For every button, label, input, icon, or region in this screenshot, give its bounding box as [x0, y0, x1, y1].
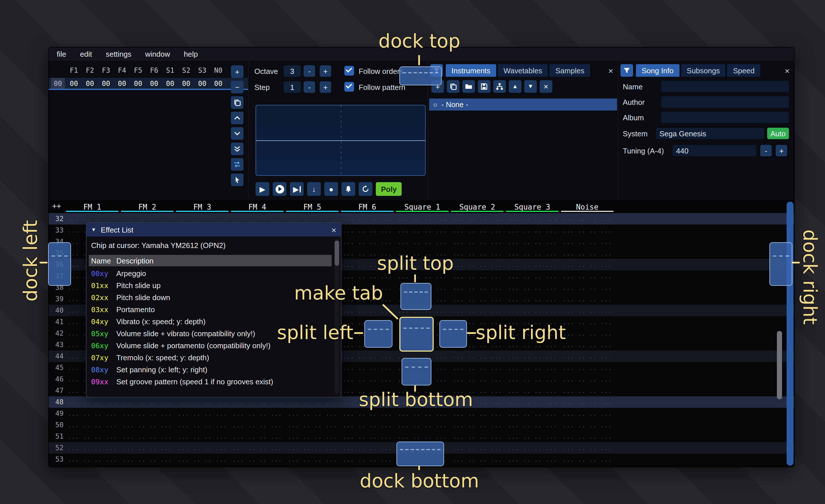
delete-instrument-button[interactable]: × [540, 80, 552, 93]
order-value-f6[interactable]: 00 [146, 79, 162, 87]
effect-row-00xy[interactable]: 00xyArpeggio [89, 267, 332, 279]
stop-button[interactable]: ● [324, 182, 338, 196]
channel-header-fm-2[interactable]: FM 2 [120, 200, 175, 213]
effect-list-scrollbar[interactable] [334, 238, 339, 394]
order-value-f4[interactable]: 00 [114, 79, 130, 87]
effect-list-titlebar[interactable]: ▼ Effect List × [86, 223, 341, 237]
dock-target-bottom[interactable] [396, 441, 444, 466]
pattern-row-50[interactable]: 50... .. .. ...... .. .. ...... .. .. ..… [49, 419, 794, 431]
asset-panel-close-button[interactable]: × [606, 66, 616, 75]
octave-value[interactable]: 3 [284, 65, 301, 77]
song-panel-close-button[interactable]: × [782, 66, 792, 75]
move-instrument-down-button[interactable]: ▼ [524, 80, 537, 93]
follow-pattern-checkbox[interactable] [344, 82, 354, 92]
tab-instruments[interactable]: Instruments [446, 64, 496, 77]
system-auto-button[interactable]: Auto [767, 128, 789, 139]
menu-item-window[interactable]: window [145, 50, 170, 59]
order-value-f5[interactable]: 00 [130, 79, 146, 87]
pattern-scrollbar[interactable] [786, 201, 794, 466]
make-tab-target[interactable] [399, 317, 434, 352]
pattern-expand-button[interactable]: ++ [52, 201, 61, 210]
move-instrument-up-button[interactable]: ▲ [509, 80, 521, 93]
add-order-button[interactable]: + [231, 65, 243, 78]
poly-button[interactable]: Poly [376, 182, 402, 196]
play-from-cursor-button[interactable]: ▶ [290, 182, 304, 196]
order-value-f2[interactable]: 00 [82, 79, 98, 87]
order-value-s1[interactable]: 00 [162, 79, 178, 87]
menu-item-edit[interactable]: edit [80, 50, 92, 59]
duplicate-order-button[interactable] [231, 96, 243, 109]
step-increase-button[interactable]: + [320, 81, 331, 93]
channel-header-square-2[interactable]: Square 2 [450, 200, 505, 213]
channel-header-square-1[interactable]: Square 1 [395, 200, 450, 213]
follow-orders-checkbox[interactable] [344, 66, 354, 76]
save-instrument-button[interactable] [478, 80, 491, 93]
order-value-n0[interactable]: 00 [210, 79, 226, 87]
channel-header-fm-6[interactable]: FM 6 [340, 200, 395, 213]
dock-target-top[interactable] [399, 67, 442, 85]
instrument-folders-button[interactable] [493, 80, 506, 93]
duplicate-instrument-button[interactable] [447, 80, 459, 93]
order-value-s3[interactable]: 00 [194, 79, 210, 87]
name-input[interactable] [661, 81, 789, 92]
order-value-f3[interactable]: 00 [98, 79, 114, 87]
channel-header-fm-1[interactable]: FM 1 [65, 200, 120, 213]
step-value[interactable]: 1 [284, 81, 301, 93]
dock-target-right[interactable] [769, 242, 792, 286]
channel-header-square-3[interactable]: Square 3 [505, 200, 560, 213]
menu-item-help[interactable]: help [184, 50, 198, 59]
step-decrease-button[interactable]: - [304, 81, 315, 93]
pattern-row-51[interactable]: 51... .. .. ...... .. .. ...... .. .. ..… [49, 431, 794, 442]
split-target-right[interactable] [439, 320, 467, 348]
play-button[interactable]: ▶ [255, 182, 269, 196]
order-value-f1[interactable]: 00 [66, 79, 82, 87]
menu-item-settings[interactable]: settings [106, 50, 132, 59]
effect-list-close-button[interactable]: × [331, 225, 336, 235]
repeat-button[interactable] [359, 182, 372, 196]
system-input[interactable] [656, 128, 764, 139]
tab-subsongs[interactable]: Subsongs [681, 64, 726, 77]
effect-row-08xy[interactable]: 08xySet panning (x: left; y: right) [89, 364, 332, 376]
author-input[interactable] [661, 96, 789, 108]
effect-row-09xx[interactable]: 09xxSet groove pattern (speed 1 if no gr… [89, 376, 332, 388]
remove-order-button[interactable]: − [231, 81, 243, 93]
order-edit-mode-button[interactable] [231, 174, 243, 186]
pattern-scrollbar-thumb[interactable] [777, 331, 782, 399]
split-target-left[interactable] [364, 320, 392, 348]
tab-samples[interactable]: Samples [550, 64, 590, 77]
album-input[interactable] [661, 112, 789, 123]
tuning-increase-button[interactable]: + [776, 145, 787, 156]
tab-list-button[interactable] [620, 64, 633, 77]
oscilloscope[interactable] [255, 105, 426, 176]
effect-row-03xx[interactable]: 03xxPortamento [89, 304, 332, 316]
move-order-down-button[interactable] [231, 127, 243, 140]
dock-target-left[interactable] [48, 242, 71, 286]
duplicate-order-end-button[interactable] [231, 143, 243, 155]
instrument-list-item-none[interactable]: ○ - None - [429, 98, 617, 110]
order-value-s2[interactable]: 00 [178, 79, 194, 87]
octave-decrease-button[interactable]: - [304, 65, 315, 77]
channel-header-fm-5[interactable]: FM 5 [285, 200, 340, 213]
tuning-input[interactable] [673, 145, 756, 156]
octave-increase-button[interactable]: + [320, 65, 331, 77]
channel-header-fm-3[interactable]: FM 3 [175, 200, 230, 213]
menu-item-file[interactable]: file [57, 50, 66, 59]
tab-song-info[interactable]: Song Info [636, 64, 679, 77]
channel-header-fm-4[interactable]: FM 4 [230, 200, 285, 213]
effect-table-header[interactable]: Name Description [89, 255, 332, 266]
play-pattern-button[interactable] [273, 182, 287, 196]
order-change-mode-button[interactable] [231, 158, 243, 171]
channel-header-noise[interactable]: Noise [560, 200, 615, 213]
split-target-top[interactable] [400, 283, 431, 310]
effect-list-scrollbar-thumb[interactable] [334, 241, 339, 266]
tuning-decrease-button[interactable]: - [760, 145, 772, 156]
step-row-button[interactable]: ↓ [307, 182, 321, 196]
orders-row[interactable]: 00000000000000000000 [49, 78, 248, 90]
split-target-bottom[interactable] [401, 358, 431, 386]
effect-row-07xy[interactable]: 07xyTremolo (x: speed; y: depth) [89, 352, 332, 364]
collapse-triangle-icon[interactable]: ▼ [91, 227, 96, 233]
metronome-button[interactable] [342, 182, 355, 196]
open-instrument-button[interactable] [462, 80, 475, 93]
tab-speed[interactable]: Speed [727, 64, 760, 77]
move-order-up-button[interactable] [231, 112, 243, 124]
